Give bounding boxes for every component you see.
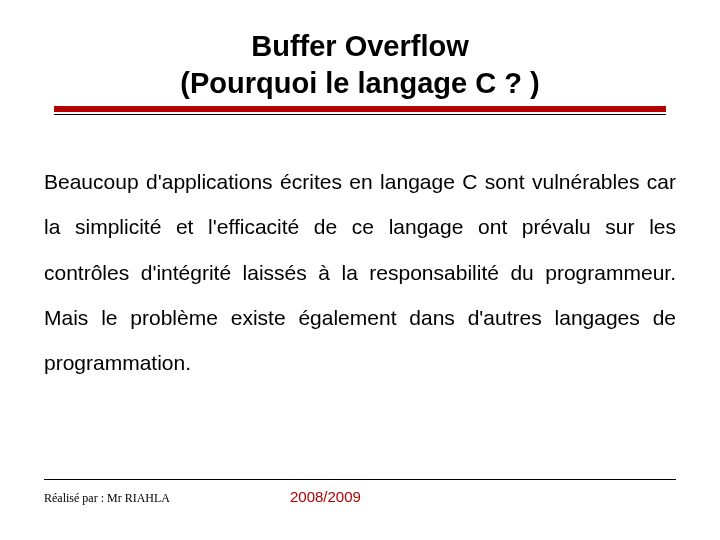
footer-row: Réalisé par : Mr RIAHLA 2008/2009 (44, 488, 676, 506)
title-line-1: Buffer Overflow (44, 28, 676, 65)
slide: Buffer Overflow (Pourquoi le langage C ?… (0, 0, 720, 540)
title-underline-thin (54, 114, 666, 115)
body-block: Beaucoup d'applications écrites en langa… (44, 159, 676, 385)
footer-year: 2008/2009 (170, 488, 676, 505)
title-underline-thick (54, 106, 666, 112)
title-line-2: (Pourquoi le langage C ? ) (44, 65, 676, 102)
footer: Réalisé par : Mr RIAHLA 2008/2009 (44, 479, 676, 506)
footer-author: Réalisé par : Mr RIAHLA (44, 491, 170, 506)
footer-author-name: Mr RIAHLA (107, 491, 170, 505)
title-block: Buffer Overflow (Pourquoi le langage C ?… (44, 0, 676, 115)
footer-author-prefix: Réalisé par : (44, 491, 107, 505)
footer-divider (44, 479, 676, 480)
body-paragraph: Beaucoup d'applications écrites en langa… (44, 159, 676, 385)
